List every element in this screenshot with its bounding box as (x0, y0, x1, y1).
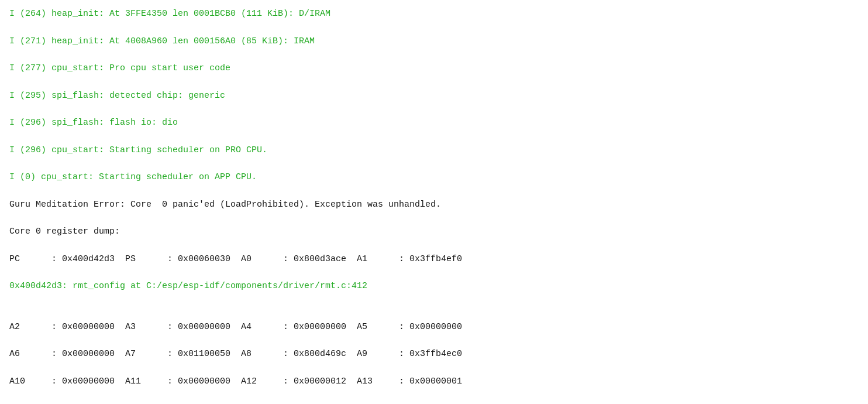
terminal-line-7: Guru Meditation Error: Core 0 panic'ed (… (9, 198, 859, 211)
terminal-output: I (264) heap_init: At 3FFE4350 len 0001B… (9, 7, 859, 404)
terminal-line-12: A2 : 0x00000000 A3 : 0x00000000 A4 : 0x0… (9, 320, 859, 334)
terminal-line-8: Core 0 register dump: (9, 225, 859, 238)
terminal-line-15: A14 : 0x00060023 A15 : 0x00000001 SAR : … (9, 402, 859, 404)
terminal-line-3: I (295) spi_flash: detected chip: generi… (9, 89, 859, 102)
terminal-line-14: A10 : 0x00000000 A11 : 0x00000000 A12 : … (9, 375, 859, 388)
terminal-line-4: I (296) spi_flash: flash io: dio (9, 116, 859, 129)
terminal-line-1: I (271) heap_init: At 4008A960 len 00015… (9, 35, 859, 48)
terminal-line-5: I (296) cpu_start: Starting scheduler on… (9, 143, 859, 157)
terminal-line-0: I (264) heap_init: At 3FFE4350 len 0001B… (9, 7, 859, 20)
terminal-line-10: 0x400d42d3: rmt_config at C:/esp/esp-idf… (9, 279, 859, 293)
terminal-line-9: PC : 0x400d42d3 PS : 0x00060030 A0 : 0x8… (9, 252, 859, 266)
terminal-line-6: I (0) cpu_start: Starting scheduler on A… (9, 170, 859, 184)
terminal-line-13: A6 : 0x00000000 A7 : 0x01100050 A8 : 0x8… (9, 347, 859, 361)
terminal-line-2: I (277) cpu_start: Pro cpu start user co… (9, 61, 859, 75)
